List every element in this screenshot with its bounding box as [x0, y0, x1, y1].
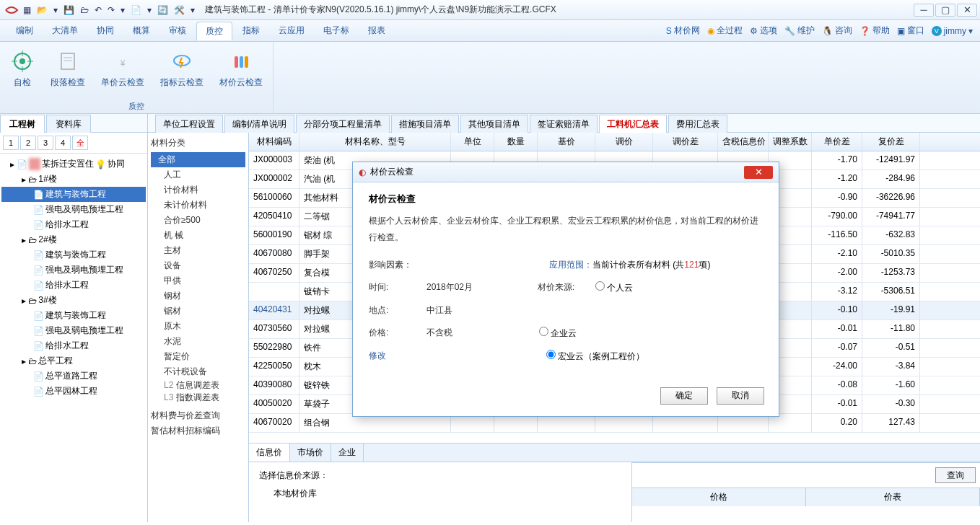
- col-header[interactable]: 单价差: [812, 133, 862, 151]
- maximize-button[interactable]: ▢: [935, 4, 955, 17]
- user-badge[interactable]: Vjimmy▾: [932, 26, 973, 36]
- tree-item[interactable]: 📄 建筑与装饰工程: [1, 308, 146, 323]
- dialog-titlebar[interactable]: ◐ 材价云检查 ✕: [353, 162, 779, 182]
- col-header[interactable]: 调整系数: [769, 133, 812, 151]
- link-options[interactable]: ⚙选项: [750, 25, 777, 37]
- doc-tab[interactable]: 签证索赔清单: [530, 115, 598, 133]
- tree-item[interactable]: 📄 总平道路工程: [1, 369, 146, 384]
- tree-item[interactable]: 📄 给排水工程: [1, 278, 146, 293]
- table-row[interactable]: 40670020组合钢0.20127.43: [249, 414, 980, 433]
- col-header[interactable]: 调价: [595, 133, 653, 151]
- category-item[interactable]: 水泥: [151, 334, 245, 349]
- modify-link[interactable]: 修改: [369, 350, 386, 362]
- col-header[interactable]: 含税信息价: [718, 133, 769, 151]
- tree-item[interactable]: ▸ 🗁 总平工程: [1, 353, 146, 369]
- category-item[interactable]: 不计税设备: [151, 364, 245, 379]
- dialog-close-button[interactable]: ✕: [744, 166, 773, 179]
- menu-item[interactable]: 编制: [7, 22, 42, 40]
- link-help[interactable]: ❓帮助: [859, 25, 890, 37]
- doc-tab[interactable]: 单位工程设置: [155, 115, 223, 133]
- left-tab-lib[interactable]: 资料库: [46, 115, 91, 133]
- menu-item[interactable]: 云应用: [270, 22, 313, 40]
- ribbon-para-check[interactable]: 段落检查: [48, 46, 88, 92]
- level-btn[interactable]: 4: [55, 136, 71, 150]
- col-header[interactable]: 材料编码: [249, 133, 299, 151]
- col-price[interactable]: 价格: [632, 488, 806, 506]
- tree-item[interactable]: 📄 强电及弱电预埋工程: [1, 323, 146, 338]
- col-header[interactable]: 单位: [451, 133, 494, 151]
- cat-extra[interactable]: 暂估材料招标编码: [151, 425, 245, 437]
- menu-item[interactable]: 大清单: [43, 22, 87, 40]
- cat-extra[interactable]: 材料费与价差查询: [151, 410, 245, 422]
- lower-tab[interactable]: 信息价: [249, 444, 290, 462]
- close-button[interactable]: ✕: [957, 4, 977, 17]
- qa-save-icon[interactable]: 💾: [61, 5, 77, 15]
- doc-tab[interactable]: 分部分项工程量清单: [296, 115, 390, 133]
- category-item[interactable]: 甲供: [151, 273, 245, 288]
- col-header[interactable]: 材料名称、型号: [299, 133, 451, 151]
- tree-item[interactable]: 📄 总平园林工程: [1, 384, 146, 399]
- query-button[interactable]: 查询: [935, 467, 976, 483]
- cancel-button[interactable]: 取消: [717, 387, 764, 405]
- category-item[interactable]: 钢材: [151, 288, 245, 304]
- category-item[interactable]: 暂定价: [151, 349, 245, 364]
- qa-doc-icon[interactable]: 📄: [128, 5, 144, 15]
- qa-open-icon[interactable]: 📂: [34, 5, 51, 15]
- menu-item[interactable]: 指标: [234, 22, 268, 40]
- menu-item[interactable]: 协同: [88, 22, 123, 40]
- category-item[interactable]: 未计价材料: [151, 198, 245, 213]
- minimize-button[interactable]: ─: [914, 4, 934, 17]
- qa-folder-icon[interactable]: 🗁: [77, 5, 92, 15]
- tree-item[interactable]: 📄 给排水工程: [1, 338, 146, 353]
- category-item[interactable]: 设备: [151, 258, 245, 273]
- category-item[interactable]: 机 械: [151, 228, 245, 243]
- radio-enterprise-cloud[interactable]: 企业云: [539, 327, 577, 340]
- menu-item[interactable]: 电子标: [315, 22, 358, 40]
- lower-tab[interactable]: 市场价: [290, 444, 331, 462]
- ok-button[interactable]: 确定: [660, 387, 708, 405]
- col-table[interactable]: 价表: [806, 488, 980, 506]
- col-header[interactable]: 调价差: [653, 133, 718, 151]
- qa-undo-icon[interactable]: ↶: [92, 5, 105, 15]
- radio-personal-cloud[interactable]: 个人云: [595, 281, 633, 294]
- menu-item[interactable]: 报表: [359, 22, 394, 40]
- cat-l2[interactable]: L2 信息调差表: [151, 379, 245, 392]
- tree-item[interactable]: 📄 建筑与装饰工程: [1, 247, 146, 262]
- ribbon-price-cloud-check[interactable]: ¥单价云检查: [98, 46, 147, 92]
- category-item[interactable]: 计价材料: [151, 182, 245, 198]
- link-consult[interactable]: 🐧咨询: [822, 25, 852, 37]
- doc-tab-active[interactable]: 工料机汇总表: [599, 115, 667, 133]
- category-item[interactable]: 主材: [151, 243, 245, 258]
- ribbon-index-cloud-check[interactable]: 指标云检查: [157, 46, 206, 92]
- category-item[interactable]: 全部: [151, 152, 245, 167]
- radio-hongye-cloud[interactable]: 宏业云（案例工程价）: [546, 350, 644, 363]
- col-header[interactable]: 复价差: [862, 133, 920, 151]
- col-header[interactable]: 基价: [538, 133, 595, 151]
- category-item[interactable]: 锯材: [151, 304, 245, 319]
- doc-tab[interactable]: 措施项目清单: [391, 115, 459, 133]
- lower-tab[interactable]: 企业: [331, 444, 364, 462]
- tree-item[interactable]: ▸ 🗁 1#楼: [1, 172, 146, 187]
- ribbon-material-cloud-check[interactable]: 材价云检查: [216, 46, 266, 92]
- category-item[interactable]: 合价≥500: [151, 213, 245, 228]
- tree-item[interactable]: 📄 强电及弱电预埋工程: [1, 262, 146, 278]
- qa-new-icon[interactable]: ▦: [20, 5, 34, 15]
- link-maintenance[interactable]: 🔧维护: [784, 25, 815, 37]
- doc-tab[interactable]: 费用汇总表: [668, 115, 727, 133]
- category-item[interactable]: 原木: [151, 319, 245, 334]
- level-btn[interactable]: 2: [20, 136, 36, 150]
- level-btn[interactable]: 3: [38, 136, 53, 150]
- tree-item[interactable]: ▸ 🗁 3#楼: [1, 293, 146, 308]
- level-btn-all[interactable]: 全: [72, 136, 88, 150]
- qa-tools-icon[interactable]: 🛠️: [171, 5, 188, 15]
- tree-item[interactable]: 📄 给排水工程: [1, 217, 146, 232]
- doc-tab[interactable]: 其他项目清单: [460, 115, 528, 133]
- tree-item[interactable]: 📄 强电及弱电预埋工程: [1, 202, 146, 217]
- level-btn[interactable]: 1: [3, 136, 19, 150]
- menu-item-active[interactable]: 质控: [196, 22, 232, 40]
- doc-tab[interactable]: 编制/清单说明: [224, 115, 294, 133]
- qa-refresh-icon[interactable]: 🔄: [154, 5, 171, 15]
- tree-item[interactable]: ▸ 🗁 2#楼: [1, 232, 146, 247]
- cat-l3[interactable]: L3 指数调差表: [151, 392, 245, 404]
- col-header[interactable]: 数量: [494, 133, 538, 151]
